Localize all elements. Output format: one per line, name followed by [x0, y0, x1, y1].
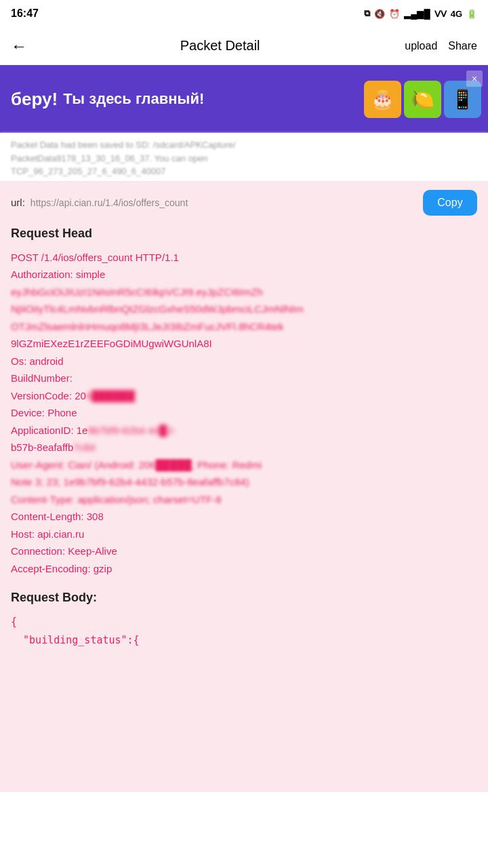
- ad-decoration: 🎂 🍋 📱: [364, 65, 481, 133]
- request-head-lines: POST /1.4/ios/offers_count HTTP/1.1 Auth…: [11, 249, 477, 578]
- blurred-line-3: TCP_96_273_205_27_6_490_6_40007: [11, 165, 477, 178]
- url-value: https://api.cian.ru/1.4/ios/offers_count: [30, 197, 418, 208]
- req-line-0: POST /1.4/ios/offers_count HTTP/1.1: [11, 249, 477, 267]
- request-body-code: { "building_status":{: [11, 613, 477, 650]
- back-button[interactable]: ←: [11, 37, 27, 56]
- top-navigation: ← Packet Detail upload Share: [0, 27, 488, 65]
- clock-icon: ⏰: [389, 9, 400, 19]
- status-icons: ⧉ 🔇 ⏰ ▂▄▆█ ᐯᐯ 4G 🔋: [364, 8, 477, 19]
- req-line-13: Note 3; 23; 1e9b7bf9-62b4-4432-b57b-8eaf…: [11, 473, 477, 491]
- req-line-16: Host: api.cian.ru: [11, 526, 477, 543]
- nav-actions: upload Share: [405, 40, 477, 52]
- req-line-5: 9lGZmiEXezE1rZEEFoGDiMUgwiWGUnlA8I: [11, 335, 477, 353]
- url-row: url: https://api.cian.ru/1.4/ios/offers_…: [11, 190, 477, 216]
- share-button[interactable]: Share: [448, 40, 477, 52]
- req-line-11: b57b-8eafaffb7c84: [11, 439, 477, 456]
- req-line-14: Content-Type: application/json; charset=…: [11, 491, 477, 509]
- request-body-section: Request Body: { "building_status":{: [11, 591, 477, 650]
- req-line-6: Os: android: [11, 353, 477, 370]
- blurred-line-2: PacketData9178_13_30_16_06_37. You can o…: [11, 152, 477, 165]
- ad-brand: беру!: [11, 89, 58, 110]
- ad-banner: × беру! Ты здесь главный! 🎂 🍋 📱: [0, 65, 488, 133]
- upload-button[interactable]: upload: [405, 40, 437, 52]
- blurred-line-1: Packel Data had been saved to SD: /sdcar…: [11, 138, 477, 152]
- req-line-4: OTJmZlsaemlnlnHmuqo8MjI3LJeJI3IbZmFucJVF…: [11, 318, 477, 336]
- status-bar: 16:47 ⧉ 🔇 ⏰ ▂▄▆█ ᐯᐯ 4G 🔋: [0, 0, 488, 27]
- request-body-header: Request Body:: [11, 591, 477, 605]
- body-line-0: {: [11, 613, 477, 631]
- ad-text: Ты здесь главный!: [63, 90, 204, 108]
- 4g-icon: 4G: [451, 9, 462, 19]
- ad-close-button[interactable]: ×: [466, 71, 483, 87]
- mute-icon: 🔇: [374, 9, 385, 19]
- battery-icon: 🔋: [466, 9, 477, 19]
- ad-item-2: 🍋: [404, 81, 441, 118]
- req-line-3: NjIiOiIyTlc4LmNvbnRlbnQtZGlzcGxheS50dWJp…: [11, 300, 477, 318]
- url-label: url:: [11, 197, 25, 208]
- signal-alt-icon: ᐯᐯ: [434, 9, 447, 19]
- page-title: Packet Detail: [35, 38, 405, 54]
- request-head-header: Request Head: [11, 226, 477, 241]
- req-line-2: eyJhbGciOiJIUzI1NiIsInR5cCI6IkpVCJI9.eyJ…: [11, 283, 477, 301]
- req-line-1: Authorization: simple: [11, 266, 477, 283]
- req-line-9: Device: Phone: [11, 404, 477, 422]
- body-line-1: "building_status":{: [11, 631, 477, 650]
- status-time: 16:47: [11, 7, 39, 20]
- copy-button[interactable]: Copy: [423, 190, 477, 216]
- blurred-info-block: Packel Data had been saved to SD: /sdcar…: [0, 133, 488, 181]
- clipboard-icon: ⧉: [364, 8, 370, 19]
- req-line-7: BuildNumber:: [11, 370, 477, 387]
- req-line-10: ApplicationID: 1e9b7bf9-62b4-44█2-: [11, 422, 477, 439]
- req-line-15: Content-Length: 308: [11, 508, 477, 526]
- req-line-12: User-Agent: Cian/ (Android: 206█████; Ph…: [11, 456, 477, 474]
- req-line-17: Connection: Keep-Alive: [11, 542, 477, 560]
- signal-icon: ▂▄▆█: [404, 9, 430, 19]
- ad-item-1: 🎂: [364, 81, 401, 118]
- req-line-18: Accept-Encoding: gzip: [11, 560, 477, 578]
- request-head-section: Request Head POST /1.4/ios/offers_count …: [11, 226, 477, 578]
- content-area: url: https://api.cian.ru/1.4/ios/offers_…: [0, 182, 488, 792]
- req-line-8: VersionCode: 206██████: [11, 387, 477, 405]
